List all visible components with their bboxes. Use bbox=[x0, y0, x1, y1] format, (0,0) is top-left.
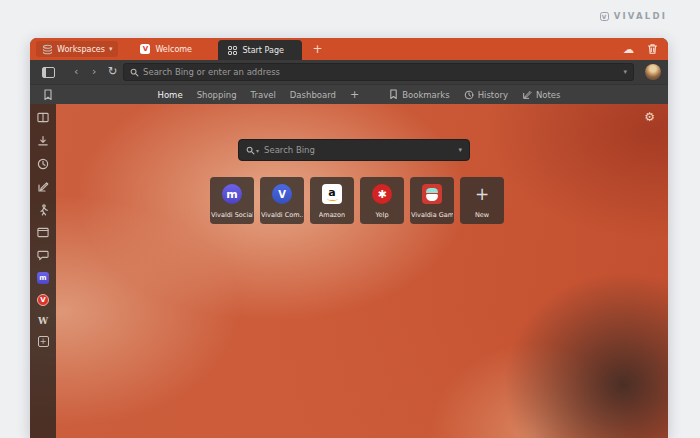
history-panel-button[interactable]: History bbox=[464, 90, 508, 100]
mastodon-icon: m bbox=[222, 184, 242, 204]
bookmark-flag-icon[interactable] bbox=[43, 89, 53, 101]
notes-pencil-icon bbox=[522, 90, 532, 100]
desktop-frame: V VIVALDI Workspaces ▾ V Welcome Start P… bbox=[0, 0, 700, 438]
vivaldia-game-icon bbox=[422, 184, 442, 204]
amazon-smile bbox=[327, 196, 338, 201]
speed-dial-label: Vivaldi Social bbox=[211, 211, 253, 224]
tab-welcome[interactable]: V Welcome bbox=[130, 38, 210, 60]
speed-dial-label: New bbox=[475, 211, 489, 224]
chevron-down-icon[interactable]: ▾ bbox=[623, 68, 627, 76]
vivaldi-logo-icon: V bbox=[600, 12, 609, 21]
vivaldia-face bbox=[426, 194, 438, 201]
speed-dial-label: Vivaldia Gam... bbox=[411, 211, 453, 224]
vivaldi-wordmark: V VIVALDI bbox=[600, 11, 667, 21]
notes-panel-button[interactable]: Notes bbox=[522, 90, 561, 100]
plus-icon: + bbox=[472, 184, 492, 204]
speed-dial-amazon[interactable]: a Amazon bbox=[310, 177, 354, 224]
panel-sidebar: m V W + bbox=[30, 104, 56, 438]
address-toolbar: ‹ › ↻ ▾ bbox=[30, 60, 668, 84]
reload-icon[interactable]: ↻ bbox=[108, 66, 118, 77]
workspaces-stack-icon bbox=[42, 44, 53, 55]
address-field-container: ▾ bbox=[123, 63, 634, 81]
vivaldi-wordmark-text: VIVALDI bbox=[614, 11, 667, 21]
web-panel-vivaldi-icon[interactable]: V bbox=[37, 294, 49, 306]
bookmark-folder-shopping[interactable]: Shopping bbox=[197, 90, 237, 100]
vivaldi-community-icon: V bbox=[272, 184, 292, 204]
amazon-icon: a bbox=[322, 184, 342, 204]
workspaces-label: Workspaces bbox=[57, 45, 105, 54]
add-web-panel-button[interactable]: + bbox=[38, 336, 49, 347]
new-tab-button[interactable]: + bbox=[312, 43, 322, 55]
tab-bar-right-controls: ☁ bbox=[623, 38, 658, 60]
speed-dial-vivaldia-game[interactable]: Vivaldia Gam... bbox=[410, 177, 454, 224]
speed-dial-vivaldi-social[interactable]: m Vivaldi Social bbox=[210, 177, 254, 224]
add-bookmark-button[interactable]: + bbox=[350, 90, 359, 100]
web-panel-mastodon-icon[interactable]: m bbox=[37, 272, 49, 284]
back-icon[interactable]: ‹ bbox=[74, 66, 78, 77]
start-page-search-input[interactable] bbox=[259, 145, 458, 155]
window-body: m V W + ⚙ ▾ ▾ m Vivaldi Social bbox=[30, 104, 668, 438]
sync-cloud-icon[interactable]: ☁ bbox=[623, 44, 634, 55]
bookmarks-label: Bookmarks bbox=[402, 90, 450, 100]
speed-dial-row: m Vivaldi Social V Vivaldi Com... a Amaz… bbox=[210, 177, 504, 224]
bookmarks-panel-button[interactable]: Bookmarks bbox=[389, 89, 450, 100]
speed-dial-add-new[interactable]: + New bbox=[460, 177, 504, 224]
tab-label: Start Page bbox=[242, 46, 283, 55]
panel-downloads-icon[interactable] bbox=[37, 134, 50, 147]
address-input[interactable] bbox=[139, 67, 623, 77]
bookmark-folder-home[interactable]: Home bbox=[158, 90, 183, 100]
speed-dial-label: Vivaldi Com... bbox=[261, 211, 303, 224]
vivaldia-hair bbox=[426, 188, 438, 193]
speed-dial-vivaldi-community[interactable]: V Vivaldi Com... bbox=[260, 177, 304, 224]
web-panel-wikipedia-icon[interactable]: W bbox=[38, 316, 48, 326]
vivaldi-favicon: V bbox=[140, 44, 150, 54]
start-page-settings-gear-icon[interactable]: ⚙ bbox=[644, 111, 655, 123]
search-icon bbox=[130, 68, 139, 77]
speed-dial-grid-icon bbox=[228, 46, 237, 55]
tab-label: Welcome bbox=[155, 45, 192, 54]
history-clock-icon bbox=[464, 90, 474, 100]
bookmarks-bar: Home Shopping Travel Dashboard + Bookmar… bbox=[30, 84, 668, 104]
chevron-down-icon: ▾ bbox=[109, 45, 113, 53]
chevron-down-icon[interactable]: ▾ bbox=[458, 146, 462, 154]
bookmark-icon bbox=[389, 89, 398, 100]
panel-window-icon[interactable] bbox=[37, 226, 50, 239]
panel-history-icon[interactable] bbox=[37, 157, 50, 170]
profile-avatar[interactable] bbox=[645, 64, 661, 80]
bookmark-folder-dashboard[interactable]: Dashboard bbox=[290, 90, 336, 100]
forward-icon[interactable]: › bbox=[92, 66, 96, 77]
search-icon bbox=[246, 146, 255, 155]
bookmarks-bar-items: Home Shopping Travel Dashboard + Bookmar… bbox=[158, 89, 561, 100]
start-page-content: ⚙ ▾ ▾ m Vivaldi Social V Vivaldi Com... bbox=[56, 104, 668, 438]
panel-sessions-walker-icon[interactable] bbox=[37, 203, 50, 216]
workspaces-button[interactable]: Workspaces ▾ bbox=[36, 41, 118, 57]
bookmark-folder-travel[interactable]: Travel bbox=[251, 90, 276, 100]
trash-closed-tabs-icon[interactable] bbox=[647, 43, 658, 55]
tab-bar: Workspaces ▾ V Welcome Start Page + ☁ bbox=[30, 38, 668, 60]
browser-window: Workspaces ▾ V Welcome Start Page + ☁ bbox=[30, 38, 668, 438]
tab-start-page[interactable]: Start Page bbox=[218, 40, 302, 60]
notes-label: Notes bbox=[536, 90, 561, 100]
panel-toggle-icon[interactable] bbox=[42, 67, 55, 78]
speed-dial-label: Yelp bbox=[375, 211, 388, 224]
panel-notes-icon[interactable] bbox=[37, 180, 50, 193]
start-page-search-box: ▾ ▾ bbox=[238, 139, 470, 161]
speed-dial-yelp[interactable]: ✱ Yelp bbox=[360, 177, 404, 224]
speed-dial-label: Amazon bbox=[319, 211, 345, 224]
panel-feedback-bubble-icon[interactable] bbox=[37, 249, 50, 262]
yelp-icon: ✱ bbox=[372, 184, 392, 204]
history-label: History bbox=[478, 90, 508, 100]
panel-reading-list-icon[interactable] bbox=[37, 111, 50, 124]
